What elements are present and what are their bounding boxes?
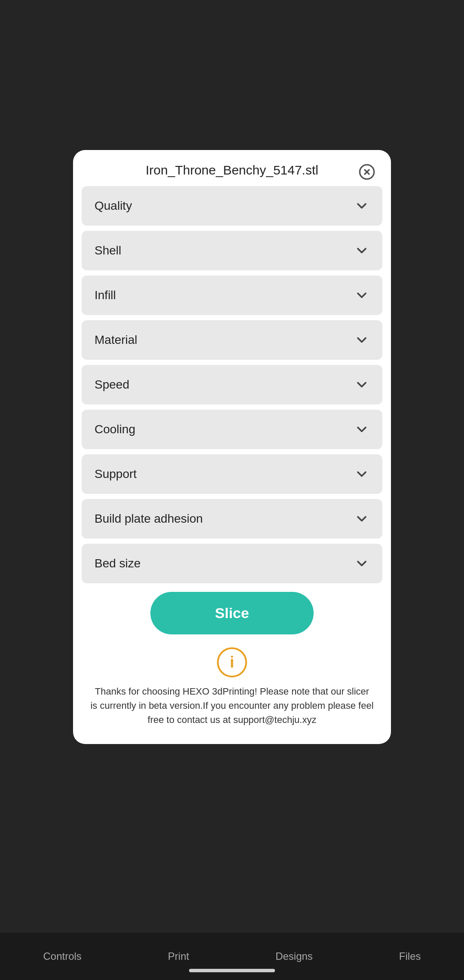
settings-list: Quality Shell Infill Material <box>73 186 391 583</box>
chevron-down-icon-cooling <box>354 422 369 437</box>
setting-item-shell[interactable]: Shell <box>82 231 382 270</box>
info-icon: i <box>217 647 247 677</box>
slice-button[interactable]: Slice <box>150 592 314 634</box>
close-button[interactable] <box>356 161 378 183</box>
modal-header: Iron_Throne_Benchy_5147.stl <box>73 150 391 186</box>
setting-item-support[interactable]: Support <box>82 454 382 494</box>
nav-item-designs[interactable]: Designs <box>275 950 313 962</box>
setting-label-bed-size: Bed size <box>95 557 140 570</box>
bottom-indicator <box>189 969 275 972</box>
setting-label-build-plate-adhesion: Build plate adhesion <box>95 512 203 526</box>
setting-item-quality[interactable]: Quality <box>82 186 382 226</box>
setting-label-infill: Infill <box>95 288 116 302</box>
info-section: i Thanks for choosing HEXO 3dPrinting! P… <box>73 639 391 727</box>
setting-label-material: Material <box>95 333 137 347</box>
modal: Iron_Throne_Benchy_5147.stl Quality Shel… <box>73 150 391 744</box>
modal-title: Iron_Throne_Benchy_5147.stl <box>146 163 318 178</box>
chevron-down-icon-speed <box>354 377 369 392</box>
setting-label-speed: Speed <box>95 378 129 392</box>
setting-item-infill[interactable]: Infill <box>82 276 382 315</box>
chevron-down-icon-shell <box>354 243 369 258</box>
nav-item-controls[interactable]: Controls <box>43 950 81 962</box>
info-text: Thanks for choosing HEXO 3dPrinting! Ple… <box>90 684 374 727</box>
chevron-down-icon-build-plate-adhesion <box>354 511 369 527</box>
chevron-down-icon-quality <box>354 198 369 214</box>
setting-item-build-plate-adhesion[interactable]: Build plate adhesion <box>82 499 382 539</box>
chevron-down-icon-support <box>354 466 369 482</box>
setting-label-cooling: Cooling <box>95 423 135 436</box>
nav-item-files[interactable]: Files <box>399 950 421 962</box>
setting-item-speed[interactable]: Speed <box>82 365 382 404</box>
setting-item-cooling[interactable]: Cooling <box>82 410 382 449</box>
setting-item-material[interactable]: Material <box>82 320 382 360</box>
chevron-down-icon-material <box>354 332 369 348</box>
chevron-down-icon-bed-size <box>354 556 369 571</box>
setting-label-quality: Quality <box>95 199 132 213</box>
setting-item-bed-size[interactable]: Bed size <box>82 544 382 583</box>
nav-item-print[interactable]: Print <box>168 950 189 962</box>
chevron-down-icon-infill <box>354 288 369 303</box>
setting-label-support: Support <box>95 467 137 481</box>
bottom-nav: Controls Print Designs Files <box>0 933 464 980</box>
setting-label-shell: Shell <box>95 244 121 257</box>
